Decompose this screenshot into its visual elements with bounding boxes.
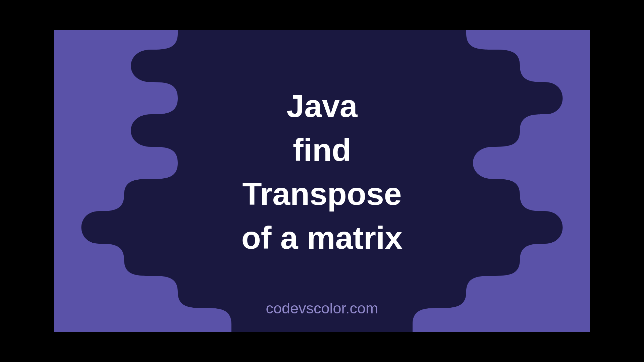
title-line-2: find <box>241 128 402 172</box>
title-line-1: Java <box>241 84 402 128</box>
main-title: Java find Transpose of a matrix <box>241 84 402 260</box>
title-line-4: of a matrix <box>241 216 402 260</box>
brand-label: codevscolor.com <box>266 300 378 317</box>
hero-banner: Java find Transpose of a matrix codevsco… <box>54 30 590 332</box>
title-line-3: Transpose <box>241 172 402 216</box>
